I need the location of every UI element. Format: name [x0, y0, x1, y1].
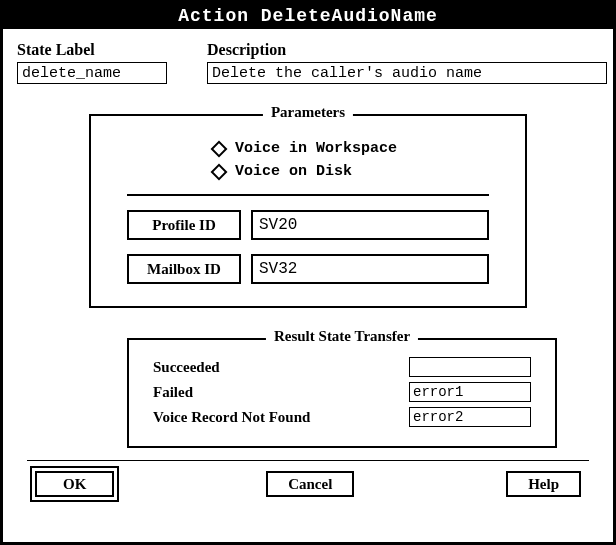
failed-input[interactable] — [409, 382, 531, 402]
result-state-fieldset: Result State Transfer Succeeded Failed V… — [127, 338, 557, 448]
state-label-group: State Label — [17, 41, 167, 84]
help-button[interactable]: Help — [506, 471, 581, 497]
parameters-fieldset: Parameters Voice in Workspace Voice on D… — [89, 114, 527, 308]
description-input[interactable] — [207, 62, 607, 84]
notfound-input[interactable] — [409, 407, 531, 427]
state-label-input[interactable] — [17, 62, 167, 84]
title-bar: Action DeleteAudioName — [3, 3, 613, 29]
profile-row: Profile ID — [127, 210, 489, 240]
diamond-icon — [211, 163, 228, 180]
dialog-window: Action DeleteAudioName State Label Descr… — [0, 0, 616, 545]
profile-id-label: Profile ID — [127, 210, 241, 240]
description-caption: Description — [207, 41, 607, 59]
radio-group: Voice in Workspace Voice on Disk — [113, 140, 503, 180]
param-grid: Profile ID Mailbox ID — [113, 210, 503, 284]
radio-voice-workspace-label: Voice in Workspace — [235, 140, 397, 157]
ok-button[interactable]: OK — [35, 471, 114, 497]
succeeded-label: Succeeded — [153, 359, 409, 376]
content-area: State Label Description Parameters Voice… — [3, 29, 613, 497]
radio-voice-workspace[interactable]: Voice in Workspace — [213, 140, 503, 157]
description-group: Description — [207, 41, 607, 84]
failed-row: Failed — [153, 382, 531, 402]
button-bar: OK Cancel Help — [17, 461, 599, 497]
mailbox-id-input[interactable] — [251, 254, 489, 284]
failed-label: Failed — [153, 384, 409, 401]
cancel-button[interactable]: Cancel — [266, 471, 354, 497]
result-state-legend: Result State Transfer — [266, 328, 418, 345]
parameters-legend: Parameters — [263, 104, 353, 121]
mailbox-row: Mailbox ID — [127, 254, 489, 284]
radio-voice-disk-label: Voice on Disk — [235, 163, 352, 180]
radio-voice-disk[interactable]: Voice on Disk — [213, 163, 503, 180]
succeeded-row: Succeeded — [153, 357, 531, 377]
separator — [127, 194, 489, 196]
notfound-row: Voice Record Not Found — [153, 407, 531, 427]
diamond-icon — [211, 140, 228, 157]
notfound-label: Voice Record Not Found — [153, 409, 409, 426]
profile-id-input[interactable] — [251, 210, 489, 240]
mailbox-id-label: Mailbox ID — [127, 254, 241, 284]
state-label-caption: State Label — [17, 41, 167, 59]
window-title: Action DeleteAudioName — [178, 6, 438, 26]
top-row: State Label Description — [17, 41, 599, 84]
succeeded-input[interactable] — [409, 357, 531, 377]
